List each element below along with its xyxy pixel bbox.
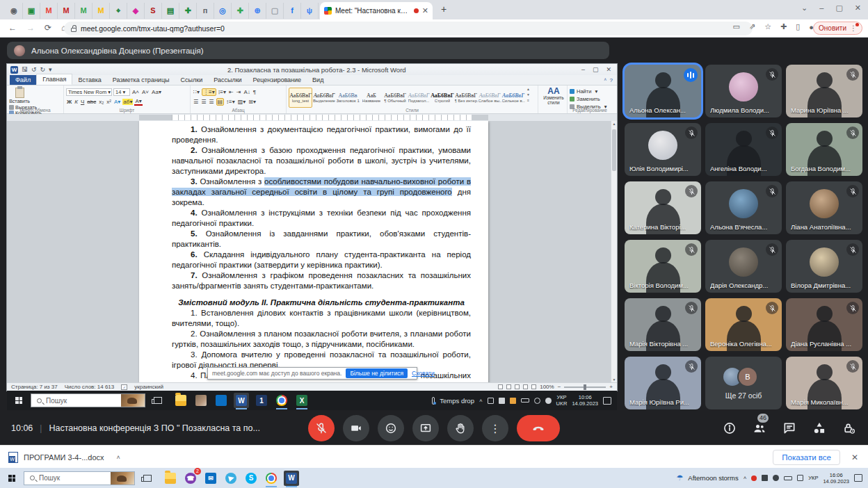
taskbar-word-app-icon[interactable]: W	[234, 393, 249, 408]
start-button-icon[interactable]	[15, 397, 22, 404]
pinned-tab-camera[interactable]: ◉	[6, 3, 23, 19]
pinned-tab-pkg[interactable]: п	[197, 3, 214, 19]
pinned-tab-s[interactable]: S	[145, 3, 162, 19]
document-page[interactable]: 1. Ознайомлення з документацією педагогі…	[139, 121, 488, 382]
participant-tile[interactable]: ВЩе 27 осіб	[705, 357, 782, 409]
pinned-tab-plant[interactable]: ⌖	[110, 3, 127, 19]
view-outline-icon[interactable]	[523, 384, 528, 389]
zoom-out-icon[interactable]: −	[558, 384, 561, 390]
tab-search-icon[interactable]: ⌄	[801, 3, 807, 13]
hide-toast-link[interactable]: Сховати	[412, 370, 435, 377]
network-icon[interactable]	[534, 398, 540, 404]
pinned-tab-classroom[interactable]: ▣	[23, 3, 40, 19]
style-Заголовок 1[interactable]: АаБбВвЗаголовок 1	[336, 88, 360, 108]
style-Строгий[interactable]: АаБбВвГСтрогий	[431, 88, 454, 108]
style-long_test[interactable]: АаБбВвГlong_test	[289, 88, 312, 108]
undo-icon[interactable]: ↺	[31, 66, 37, 73]
taskbar-app-one-icon[interactable]: 1	[254, 393, 269, 408]
word-close-button[interactable]: ✕	[606, 66, 611, 73]
pinned-tab-gmail-3[interactable]: M	[75, 3, 93, 19]
pinned-tab-blank[interactable]: ▢	[266, 3, 284, 19]
host-controls-button[interactable]	[842, 421, 857, 436]
security-icon[interactable]	[510, 398, 516, 404]
decrease-indent-button[interactable]: ⇤	[228, 89, 234, 95]
sort-button[interactable]: А↓	[243, 89, 250, 95]
task-view-icon[interactable]	[154, 397, 162, 404]
browser-menu-icon[interactable]: ⋮	[850, 24, 857, 32]
font-name-select[interactable]: Times New Rom ▾	[66, 88, 112, 96]
save-icon[interactable]: 🖫	[22, 66, 28, 73]
justify-button[interactable]: ▤	[216, 98, 225, 106]
help-icon[interactable]: ＾ ?	[602, 76, 613, 84]
pinned-tab-facebook[interactable]: f	[284, 3, 301, 19]
mic-tray-icon[interactable]	[762, 475, 768, 481]
align-center-button[interactable]: ☰	[200, 99, 207, 105]
ribbon-tab-Разметка страницы[interactable]: Разметка страницы	[107, 75, 175, 85]
word-minimize-button[interactable]: –	[581, 66, 585, 73]
participant-tile[interactable]: Марія Вікторівна ...	[625, 298, 701, 351]
participants-button[interactable]: 46	[752, 421, 767, 436]
reload-icon[interactable]: ⟳	[45, 23, 51, 33]
participant-tile[interactable]: Ліана Анатоліївна...	[786, 181, 862, 234]
address-bar[interactable]: meet.google.com/tmx-utau-qmg?authuser=0	[64, 22, 753, 35]
reactions-button[interactable]	[378, 415, 404, 441]
search-highlight-horse-image[interactable]	[121, 394, 145, 407]
extensions-icon[interactable]: ✚	[780, 22, 787, 31]
style-Слабое вы...[interactable]: АаБбВвГСлабое вы...	[478, 88, 501, 108]
cast-icon[interactable]: ▭	[733, 22, 740, 31]
scrollbar-thumb[interactable]	[612, 129, 616, 171]
ribbon-tab-Вид[interactable]: Вид	[307, 75, 329, 85]
weather-text[interactable]: Temps drop	[440, 397, 474, 405]
recording-icon[interactable]	[751, 475, 757, 481]
zoom-level[interactable]: 100%	[540, 384, 554, 390]
task-view-icon[interactable]	[143, 475, 152, 482]
view-fullscreen-icon[interactable]	[506, 384, 511, 389]
battery-icon[interactable]	[521, 398, 529, 402]
taskbar-skype-app-icon[interactable]: S	[243, 471, 259, 486]
clock[interactable]: 16:0614.09.2023	[823, 472, 849, 485]
style-Название[interactable]: АаБНазвание	[360, 88, 383, 108]
zoom-in-icon[interactable]: +	[609, 384, 613, 390]
show-all-downloads-button[interactable]: Показати все	[773, 450, 840, 465]
participant-tile[interactable]: Богдана Володим...	[786, 123, 862, 176]
maximize-button[interactable]: ▢	[835, 3, 842, 13]
action-center-icon[interactable]	[603, 397, 611, 405]
bullets-button[interactable]: ∷▾	[193, 89, 200, 95]
ribbon-tab-Рецензирование[interactable]: Рецензирование	[248, 75, 307, 85]
clock[interactable]: 10:0614.09.2023	[572, 394, 598, 407]
taskbar-file-explorer-icon[interactable]	[173, 393, 188, 408]
replace-button[interactable]: Заменить	[570, 96, 610, 102]
new-tab-button[interactable]: +	[441, 3, 447, 15]
view-draft-icon[interactable]	[531, 384, 536, 389]
participant-tile[interactable]: Марина Юріївна ...	[786, 65, 862, 117]
language-switcher[interactable]: УКР	[808, 475, 818, 481]
search-highlight-horse-image[interactable]	[111, 472, 134, 485]
style-¶ Без интер.[interactable]: АаБбВвГ¶ Без интер.	[454, 88, 478, 108]
language-indicator[interactable]: украинский	[134, 384, 163, 390]
tray-expand-icon[interactable]: ˄	[744, 475, 747, 481]
ribbon-tab-Рассылки[interactable]: Рассылки	[208, 75, 247, 85]
pinned-tab-gmail-4[interactable]: M	[93, 3, 110, 19]
pinned-tab-trident[interactable]: ψ	[301, 3, 319, 19]
participant-tile[interactable]: Людмила Володи...	[705, 65, 782, 117]
taskbar-chrome-app-icon[interactable]	[264, 471, 279, 486]
activities-button[interactable]	[812, 421, 827, 436]
weather-umbrella-icon[interactable]: ☂	[676, 473, 683, 482]
mute-button[interactable]	[308, 415, 335, 441]
multilevel-list-button[interactable]: ⁝≡▾	[218, 89, 227, 95]
pinned-tab-gmail-1[interactable]: M	[40, 3, 58, 19]
raise-hand-button[interactable]	[447, 415, 474, 441]
minimize-button[interactable]: –	[819, 3, 823, 13]
close-window-button[interactable]: ✕	[855, 3, 861, 13]
update-chrome-button[interactable]: Оновити ⋮	[813, 22, 862, 35]
taskbar-word-app-icon[interactable]: W	[284, 471, 299, 486]
grow-font-button[interactable]: А˄	[131, 89, 140, 95]
shrink-font-button[interactable]: А˅	[141, 89, 150, 95]
increase-indent-button[interactable]: ⇥	[236, 89, 242, 95]
strikethrough-button[interactable]: abc	[86, 99, 97, 105]
ribbon-tab-Файл[interactable]: Файл	[10, 75, 36, 85]
participant-tile[interactable]: Дарія Олександр...	[705, 240, 782, 293]
tray-expand-icon[interactable]: ˄	[479, 398, 483, 404]
style-Подзагол...[interactable]: АаБбВвГПодзагол...	[407, 88, 431, 108]
participant-tile[interactable]: Вероніка Олегівна...	[705, 298, 782, 351]
